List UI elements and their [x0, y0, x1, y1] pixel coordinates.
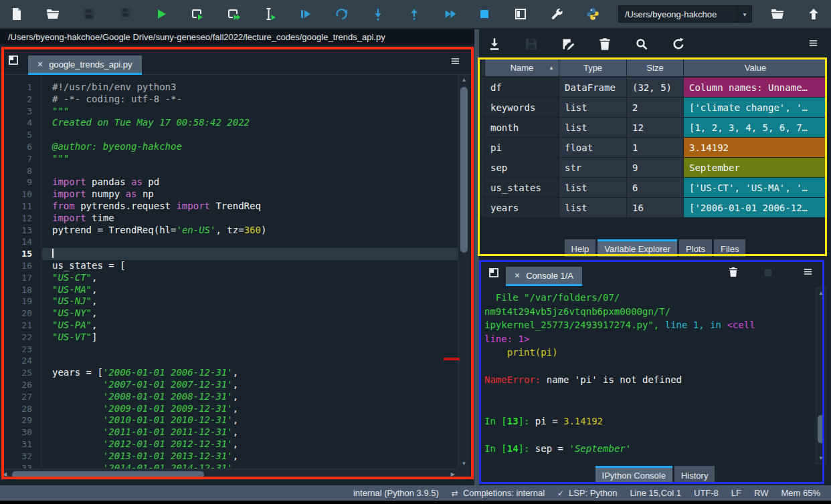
close-icon[interactable]: ×: [37, 59, 43, 69]
tab-help[interactable]: Help: [565, 239, 596, 257]
code-line: '2009-01-01 2009-12-31',: [42, 403, 458, 415]
console-vertical-scrollbar[interactable]: ▲ ▼: [816, 287, 826, 464]
cursor-position-label: Line 15,Col 1: [630, 488, 681, 498]
maximize-pane-button[interactable]: [511, 5, 530, 23]
variable-row-keywords[interactable]: keywordslist2['climate change', '…: [480, 98, 828, 118]
line-number: 30: [0, 426, 41, 438]
editor-horizontal-scrollbar[interactable]: ◀ ▶: [0, 469, 458, 480]
scroll-right-icon[interactable]: ▶: [451, 471, 455, 477]
encoding-status-label: UTF-8: [694, 488, 719, 498]
lsp-status: ✓LSP: Python: [557, 488, 617, 498]
import-data-icon: [488, 37, 501, 51]
code-line: pytrend = TrendReq(hl='en-US', tz=360): [42, 225, 458, 237]
remove-variable-button[interactable]: [595, 35, 614, 53]
run-selection-button[interactable]: [260, 5, 279, 23]
rerun-cell-button[interactable]: [333, 5, 351, 23]
variable-row-sep[interactable]: sepstr9September: [480, 158, 828, 178]
line-number: 6: [0, 141, 41, 153]
vertical-splitter[interactable]: [474, 29, 479, 485]
import-data-button[interactable]: [485, 35, 504, 53]
completions-status: ⇄Completions: internal: [452, 488, 545, 498]
line-number: 25: [0, 367, 41, 379]
console-output[interactable]: File "/var/folders/07/nm9t4t294vb5jz6vtq…: [484, 287, 812, 465]
variable-row-df[interactable]: dfDataFrame(32, 5)Column names: Unname…: [480, 78, 828, 98]
step-into-button[interactable]: [369, 5, 387, 23]
scroll-left-icon[interactable]: ◀: [3, 471, 7, 477]
run-file-button[interactable]: [152, 5, 171, 23]
main-toolbar: /Users/byeong-hakchoe ▾: [0, 0, 831, 29]
tab-console-1a[interactable]: × Console 1/A: [506, 267, 582, 286]
column-header-name[interactable]: Name▲: [485, 59, 559, 78]
code-area[interactable]: #!/usr/bin/env python3# -*- coding: utf-…: [42, 75, 458, 469]
tab-history[interactable]: History: [674, 466, 715, 483]
scroll-up-icon[interactable]: ▲: [816, 290, 826, 296]
open-file-button[interactable]: [43, 5, 62, 23]
tab-ipython-console[interactable]: IPython Console: [595, 466, 672, 483]
editor-body[interactable]: 1234567891011121314151617181920212223242…: [0, 75, 474, 480]
maximize-pane-icon: [514, 7, 527, 21]
c-type cell-type: list: [559, 178, 627, 198]
debug-file-button[interactable]: [296, 5, 315, 23]
variable-row-month[interactable]: monthlist12[1, 2, 3, 4, 5, 6, 7…: [480, 118, 828, 138]
stop-button[interactable]: [475, 5, 494, 23]
code-line: years = ['2006-01-01 2006-12-31',: [42, 367, 458, 379]
scroll-down-icon[interactable]: ▼: [458, 461, 470, 467]
console-options-icon[interactable]: [803, 267, 815, 279]
line-number: 5: [0, 129, 41, 141]
scroll-up-icon[interactable]: ▲: [458, 77, 470, 83]
close-icon[interactable]: ×: [515, 271, 520, 280]
tab-plots[interactable]: Plots: [679, 239, 712, 257]
run-cell-button[interactable]: [188, 5, 207, 23]
parent-directory-button[interactable]: [804, 5, 823, 23]
browse-tabs-icon[interactable]: [8, 55, 20, 67]
continue-button[interactable]: [441, 5, 460, 23]
console-tabbar: × Console 1/A: [479, 257, 831, 287]
preferences-button[interactable]: [547, 5, 566, 23]
refresh-variables-button[interactable]: [669, 35, 688, 53]
code-line: "US-CT",: [42, 272, 458, 284]
line-number: 15: [0, 248, 41, 260]
console-line: File "/var/folders/07/: [484, 291, 812, 305]
interpreter-status[interactable]: internal (Python 3.9.5): [353, 488, 439, 498]
step-return-icon: [407, 7, 421, 21]
browse-working-directory-button[interactable]: [768, 5, 787, 23]
toolbar-right-group: /Users/byeong-hakchoe ▾: [475, 5, 823, 23]
console-vscroll-thumb[interactable]: [818, 415, 824, 443]
interpreter-status-label: internal (Python 3.9.5): [353, 488, 439, 498]
tab-variable-explorer[interactable]: Variable Explorer: [597, 239, 677, 257]
new-file-button[interactable]: [7, 5, 26, 23]
editor-vscroll-thumb[interactable]: [460, 87, 468, 253]
line-number: 4: [0, 117, 41, 129]
editor-hscroll-thumb[interactable]: [12, 471, 204, 478]
variable-row-pi[interactable]: pifloat13.14192: [480, 138, 828, 158]
search-variable-button[interactable]: [632, 35, 651, 53]
scroll-down-icon[interactable]: ▼: [816, 455, 826, 461]
variable-row-us_states[interactable]: us_stateslist6['US-CT', 'US-MA', '…: [480, 178, 828, 198]
line-number: 26: [0, 379, 41, 391]
console-line: ipykernel_25773/2493917274.py", line 1, …: [484, 318, 812, 332]
editor-vertical-scrollbar[interactable]: ▲ ▼: [458, 75, 470, 469]
run-cell-advance-button[interactable]: [224, 5, 243, 23]
continue-icon: [444, 7, 457, 21]
step-return-button[interactable]: [405, 5, 424, 23]
editor-options-icon[interactable]: [450, 56, 462, 68]
console-line: [484, 428, 812, 442]
editor-tabbar: × google_trends_api.py: [0, 44, 474, 75]
browse-tabs-icon[interactable]: [488, 267, 500, 279]
column-header-value[interactable]: Value: [684, 59, 828, 78]
column-header-type[interactable]: Type: [559, 59, 627, 78]
chevron-down-icon[interactable]: ▾: [737, 6, 751, 22]
save-data-as-button[interactable]: [559, 35, 577, 53]
code-line: "US-VT"]: [42, 332, 458, 344]
tab-files[interactable]: Files: [714, 239, 745, 257]
c-name cell-name: keywords: [485, 98, 559, 118]
c-size cell-size: (32, 5): [627, 78, 684, 98]
code-line: "US-NJ",: [42, 295, 458, 307]
tab-google-trends-api[interactable]: × google_trends_api.py: [28, 55, 142, 75]
variable-explorer-options-icon[interactable]: [808, 38, 820, 50]
remove-console-icon[interactable]: [728, 267, 740, 279]
python-env-button[interactable]: [583, 5, 602, 23]
working-directory-combobox[interactable]: /Users/byeong-hakchoe ▾: [618, 5, 752, 23]
variable-row-years[interactable]: yearslist16['2006-01-01 2006-12…: [480, 198, 828, 218]
column-header-size[interactable]: Size: [627, 59, 684, 78]
